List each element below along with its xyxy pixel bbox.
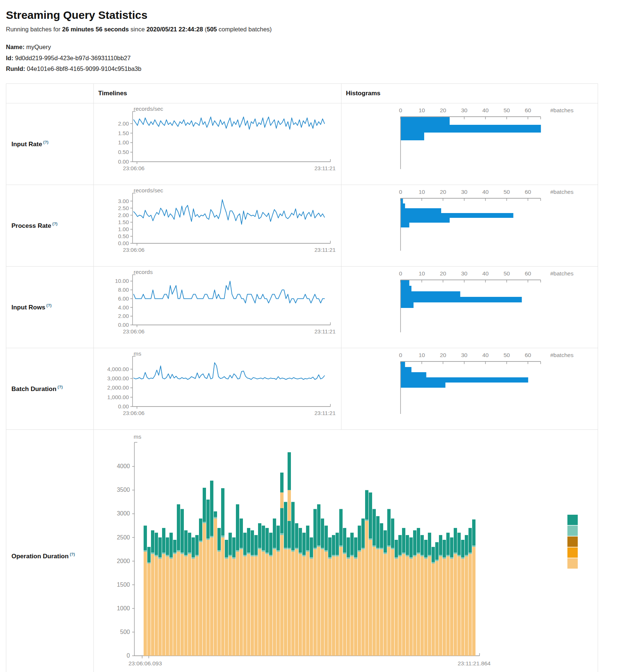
svg-text:40: 40 [482, 107, 489, 113]
input-rate-help-icon[interactable]: (?) [43, 140, 48, 144]
batch-duration-histogram-chart: 0102030405060#batches [341, 350, 598, 423]
svg-text:ms: ms [134, 433, 141, 440]
batch-duration-help-icon[interactable]: (?) [58, 385, 63, 389]
svg-text:40: 40 [482, 352, 489, 358]
svg-text:1000: 1000 [117, 605, 130, 611]
svg-text:40: 40 [482, 189, 489, 195]
svg-text:0.00: 0.00 [118, 158, 129, 165]
svg-text:60: 60 [525, 189, 531, 195]
statistics-table: Timelines Histograms Input Rate(?) recor… [6, 83, 598, 672]
input-rows-label: Input Rows [11, 304, 45, 311]
svg-text:6.00: 6.00 [118, 295, 129, 301]
svg-text:#batches: #batches [550, 189, 574, 195]
input-rate-histogram-cell: 0102030405060#batches [341, 103, 598, 185]
operation-duration-label-cell: Operation Duration(?) [6, 429, 94, 672]
svg-text:2000: 2000 [117, 558, 130, 564]
operation-duration-row: Operation Duration(?) ms4000350030002500… [6, 429, 598, 672]
input-rate-timeline-chart[interactable]: records/sec2.001.501.000.500.0023:06:062… [94, 106, 341, 178]
input-rate-label: Input Rate [11, 141, 42, 148]
batch-duration-timeline-chart[interactable]: ms4,000.003,000.002,000.001,000.000.0023… [94, 350, 341, 423]
input-rows-timeline-cell: records10.008.006.004.002.000.0023:06:06… [94, 266, 341, 348]
svg-text:10: 10 [419, 189, 425, 195]
histograms-column-header: Histograms [341, 83, 598, 103]
query-name-value: myQuery [26, 44, 51, 50]
completed-batches-count: 505 [207, 26, 217, 32]
svg-text:0: 0 [127, 652, 130, 659]
input-rows-help-icon[interactable]: (?) [47, 303, 52, 308]
svg-text:4,000.00: 4,000.00 [107, 366, 129, 372]
svg-text:30: 30 [461, 107, 468, 113]
corner-cell [6, 83, 94, 103]
process-rate-label-cell: Process Rate(?) [6, 185, 94, 266]
operation-duration-chart-cell: ms4000350030002500200015001000500023:06:… [94, 429, 598, 672]
svg-text:10.00: 10.00 [115, 278, 129, 284]
svg-text:23:11:21.864: 23:11:21.864 [458, 660, 491, 666]
svg-text:20: 20 [440, 352, 446, 358]
svg-text:23:06:06: 23:06:06 [123, 410, 144, 416]
svg-text:4.00: 4.00 [118, 304, 129, 310]
svg-text:2.50: 2.50 [118, 205, 129, 211]
running-duration: 26 minutes 56 seconds [62, 26, 129, 32]
svg-text:1.50: 1.50 [118, 219, 129, 225]
svg-text:1500: 1500 [117, 581, 130, 587]
input-rate-timeline-cell: records/sec2.001.501.000.500.0023:06:062… [94, 103, 341, 185]
svg-text:50: 50 [504, 189, 510, 195]
svg-text:60: 60 [525, 352, 531, 358]
operation-duration-chart[interactable]: ms4000350030002500200015001000500023:06:… [94, 433, 598, 672]
svg-text:3500: 3500 [117, 487, 130, 493]
batch-duration-label: Batch Duration [11, 385, 56, 392]
svg-text:ms: ms [134, 350, 141, 357]
svg-text:30: 30 [461, 270, 468, 277]
since-word: since [131, 26, 145, 32]
query-id-line: Id: 9d0dd219-995d-423e-b97d-36931110bb27 [6, 54, 625, 63]
svg-text:#batches: #batches [550, 352, 574, 358]
svg-text:30: 30 [461, 189, 468, 195]
batch-duration-timeline-cell: ms4,000.003,000.002,000.001,000.000.0023… [94, 348, 341, 429]
query-id-value: 9d0dd219-995d-423e-b97d-36931110bb27 [15, 55, 131, 61]
process-rate-help-icon[interactable]: (?) [52, 222, 58, 226]
query-name-label: Name: [6, 44, 24, 50]
svg-text:3.00: 3.00 [118, 198, 129, 204]
svg-text:0: 0 [399, 189, 402, 195]
svg-text:2.00: 2.00 [118, 212, 129, 218]
svg-text:500: 500 [120, 629, 130, 635]
operation-duration-help-icon[interactable]: (?) [70, 552, 75, 556]
svg-text:60: 60 [525, 107, 531, 113]
batch-duration-histogram-cell: 0102030405060#batches [341, 348, 598, 429]
operation-duration-label: Operation Duration [11, 553, 69, 560]
svg-text:20: 20 [440, 107, 446, 113]
running-summary: Running batches for 26 minutes 56 second… [6, 26, 625, 33]
query-runid-line: RunId: 04e101e6-8bf8-4165-9099-9104c951b… [6, 64, 625, 74]
input-rows-row: Input Rows(?) records10.008.006.004.002.… [6, 266, 598, 348]
query-runid-value: 04e101e6-8bf8-4165-9099-9104c951ba3b [27, 65, 141, 72]
svg-text:23:11:21: 23:11:21 [315, 410, 336, 416]
svg-text:50: 50 [504, 107, 510, 113]
svg-text:23:11:21: 23:11:21 [315, 165, 336, 171]
running-prefix: Running batches for [6, 26, 61, 32]
query-runid-label: RunId: [6, 65, 25, 72]
svg-text:1.00: 1.00 [118, 226, 129, 232]
svg-text:2.00: 2.00 [118, 313, 129, 319]
svg-text:10: 10 [419, 107, 425, 113]
svg-text:0.50: 0.50 [118, 149, 129, 155]
process-rate-timeline-cell: records/sec3.002.502.001.501.000.500.002… [94, 185, 341, 266]
svg-text:1.00: 1.00 [118, 139, 129, 145]
svg-text:0: 0 [399, 352, 402, 358]
svg-text:0.00: 0.00 [118, 240, 129, 246]
process-rate-histogram-cell: 0102030405060#batches [341, 185, 598, 266]
svg-text:40: 40 [482, 270, 489, 277]
svg-text:1.50: 1.50 [118, 130, 129, 136]
table-header-row: Timelines Histograms [6, 83, 598, 103]
svg-text:2.00: 2.00 [118, 120, 129, 126]
completed-batches-suffix: completed batches) [217, 26, 272, 32]
process-rate-timeline-chart[interactable]: records/sec3.002.502.001.501.000.500.002… [94, 187, 341, 260]
input-rows-timeline-chart[interactable]: records10.008.006.004.002.000.0023:06:06… [94, 269, 341, 341]
svg-text:23:11:21: 23:11:21 [315, 328, 336, 335]
svg-text:0.00: 0.00 [118, 322, 129, 328]
input-rate-row: Input Rate(?) records/sec2.001.501.000.5… [6, 103, 598, 185]
svg-text:23:06:06: 23:06:06 [123, 247, 144, 253]
svg-text:2500: 2500 [117, 534, 130, 540]
batch-duration-label-cell: Batch Duration(?) [6, 348, 94, 429]
svg-text:23:06:06: 23:06:06 [123, 328, 144, 335]
svg-text:#batches: #batches [550, 270, 574, 277]
